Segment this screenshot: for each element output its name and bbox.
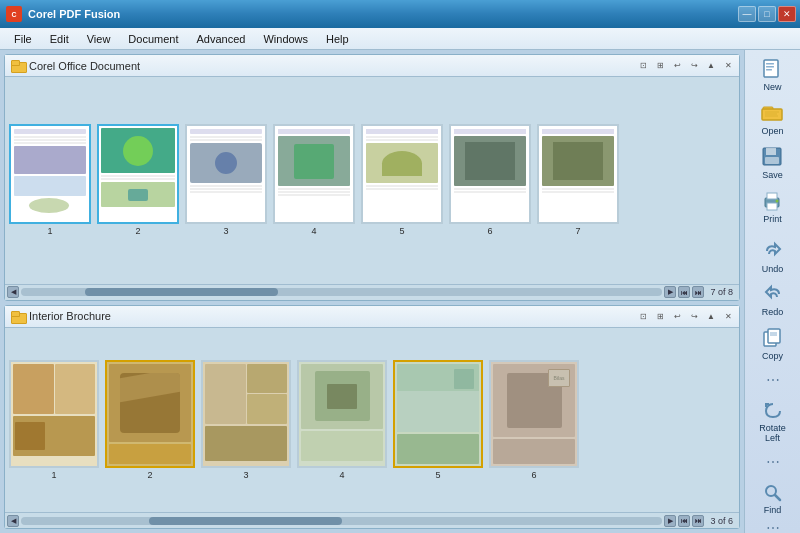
undo-icon: [759, 239, 787, 263]
find-icon: [759, 480, 787, 504]
top-page-2[interactable]: 2: [97, 124, 179, 236]
title-bar: C Corel PDF Fusion — □ ✕: [0, 0, 800, 28]
svg-rect-16: [767, 203, 777, 210]
svg-rect-5: [766, 69, 772, 71]
folder-icon: [11, 60, 25, 71]
bottom-panel-undo-btn[interactable]: ↩: [670, 309, 684, 323]
menu-file[interactable]: File: [6, 31, 40, 47]
svg-rect-13: [765, 157, 779, 164]
bottom-panel-title: Interior Brochure: [11, 310, 111, 322]
save-icon: [759, 145, 787, 169]
bottom-scroll-right[interactable]: ▶: [664, 515, 676, 527]
menu-edit[interactable]: Edit: [42, 31, 77, 47]
top-thumbnails-area: 1: [5, 77, 739, 284]
top-document-panel: Corel Office Document ⊡ ⊞ ↩ ↪ ▲ ✕: [4, 54, 740, 301]
open-button[interactable]: Open: [750, 98, 796, 140]
bottom-panel-controls[interactable]: ⊡ ⊞ ↩ ↪ ▲ ✕: [636, 309, 735, 323]
top-page-6[interactable]: 6: [449, 124, 531, 236]
maximize-button[interactable]: □: [758, 6, 776, 22]
more-2[interactable]: ⋯: [766, 455, 780, 469]
undo-button[interactable]: Undo: [750, 236, 796, 278]
top-scroll-track[interactable]: [21, 288, 662, 296]
bottom-scroll-left[interactable]: ◀: [7, 515, 19, 527]
copy-label: Copy: [762, 352, 783, 362]
minimize-button[interactable]: —: [738, 6, 756, 22]
open-label: Open: [761, 127, 783, 137]
top-scroll-thumb[interactable]: [85, 288, 277, 296]
bottom-page-2[interactable]: 2: [105, 368, 195, 480]
rotate-left-button[interactable]: Rotate Left: [750, 395, 796, 447]
bottom-page-6[interactable]: Bilas 6: [489, 360, 579, 480]
content-area: Corel Office Document ⊡ ⊞ ↩ ↪ ▲ ✕: [0, 50, 744, 533]
bottom-panel-grid-btn[interactable]: ⊞: [653, 309, 667, 323]
top-scroll-left[interactable]: ◀: [7, 286, 19, 298]
top-scroll-right[interactable]: ▶: [664, 286, 676, 298]
menu-help[interactable]: Help: [318, 31, 357, 47]
bottom-scrollbar: ◀ ▶ ⏮ ⏭ 3 of 6: [5, 512, 739, 528]
save-button[interactable]: Save: [750, 142, 796, 184]
bottom-panel-close-btn[interactable]: ✕: [721, 309, 735, 323]
menu-document[interactable]: Document: [120, 31, 186, 47]
menu-advanced[interactable]: Advanced: [189, 31, 254, 47]
print-icon: [759, 189, 787, 213]
right-toolbar: New Open Save: [744, 50, 800, 533]
new-button[interactable]: New: [750, 54, 796, 96]
top-page-1-label: 1: [47, 226, 52, 236]
top-scroll-last[interactable]: ⏭: [692, 286, 704, 298]
top-page-1[interactable]: 1: [9, 124, 91, 236]
undo-label: Undo: [762, 265, 784, 275]
bottom-document-panel: Interior Brochure ⊡ ⊞ ↩ ↪ ▲ ✕: [4, 305, 740, 529]
bottom-page-1[interactable]: 1: [9, 360, 99, 480]
redo-label: Redo: [762, 308, 784, 318]
top-page-6-label: 6: [487, 226, 492, 236]
find-button[interactable]: Find: [750, 477, 796, 519]
top-panel-redo-btn[interactable]: ↪: [687, 59, 701, 73]
main-layout: Corel Office Document ⊡ ⊞ ↩ ↪ ▲ ✕: [0, 50, 800, 533]
app-title: Corel PDF Fusion: [28, 8, 120, 20]
top-page-7-label: 7: [575, 226, 580, 236]
top-panel-undo-btn[interactable]: ↩: [670, 59, 684, 73]
window-controls[interactable]: — □ ✕: [738, 6, 796, 22]
menu-bar: File Edit View Document Advanced Windows…: [0, 28, 800, 50]
top-panel-up-btn[interactable]: ▲: [704, 59, 718, 73]
bottom-panel-snap-btn[interactable]: ⊡: [636, 309, 650, 323]
svg-text:C: C: [11, 11, 16, 18]
close-button[interactable]: ✕: [778, 6, 796, 22]
print-button[interactable]: Print: [750, 186, 796, 228]
bottom-scroll-first[interactable]: ⏮: [678, 515, 690, 527]
bottom-page-5[interactable]: 5: [393, 360, 483, 480]
top-scroll-first[interactable]: ⏮: [678, 286, 690, 298]
rotate-left-label: Rotate Left: [752, 424, 794, 444]
top-thumbnails-row: 1: [9, 124, 619, 236]
top-page-7[interactable]: 7: [537, 124, 619, 236]
find-label: Find: [764, 506, 782, 516]
top-panel-controls[interactable]: ⊡ ⊞ ↩ ↪ ▲ ✕: [636, 59, 735, 73]
bottom-page-3[interactable]: 3: [201, 360, 291, 480]
rotate-left-icon: [759, 398, 787, 422]
top-page-4-label: 4: [311, 226, 316, 236]
top-page-3[interactable]: 3: [185, 124, 267, 236]
more-1[interactable]: ⋯: [766, 373, 780, 387]
more-3[interactable]: ⋯: [766, 521, 780, 533]
redo-button[interactable]: Redo: [750, 279, 796, 321]
svg-point-17: [775, 199, 778, 202]
svg-rect-15: [767, 193, 777, 199]
bottom-panel-header: Interior Brochure ⊡ ⊞ ↩ ↪ ▲ ✕: [5, 306, 739, 328]
top-page-5[interactable]: 5: [361, 124, 443, 236]
bottom-panel-redo-btn[interactable]: ↪: [687, 309, 701, 323]
new-label: New: [763, 83, 781, 93]
top-panel-grid-btn[interactable]: ⊞: [653, 59, 667, 73]
top-page-4[interactable]: 4: [273, 124, 355, 236]
copy-button[interactable]: Copy: [750, 323, 796, 365]
copy-icon: [759, 326, 787, 350]
bottom-scroll-last[interactable]: ⏭: [692, 515, 704, 527]
menu-windows[interactable]: Windows: [255, 31, 316, 47]
menu-view[interactable]: View: [79, 31, 119, 47]
bottom-scroll-thumb[interactable]: [149, 517, 341, 525]
top-panel-close-btn[interactable]: ✕: [721, 59, 735, 73]
bottom-page-4[interactable]: 4: [297, 360, 387, 480]
bottom-panel-up-btn[interactable]: ▲: [704, 309, 718, 323]
svg-rect-12: [766, 148, 776, 155]
bottom-scroll-track[interactable]: [21, 517, 662, 525]
top-panel-snap-btn[interactable]: ⊡: [636, 59, 650, 73]
